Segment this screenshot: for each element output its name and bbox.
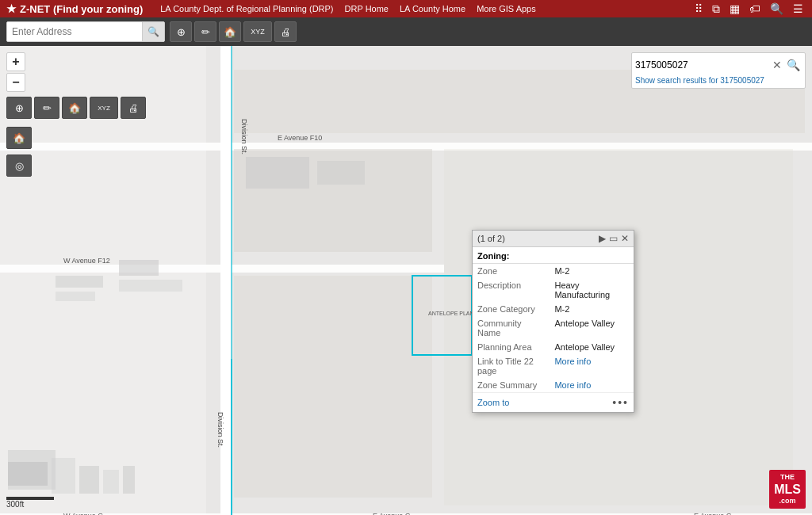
scale-bar: 300ft	[6, 497, 54, 509]
table-row: Zone M-2	[473, 264, 634, 278]
mls-logo: THE MLS .com	[769, 470, 806, 509]
mls-com-text: .com	[774, 497, 801, 505]
svg-rect-22	[103, 470, 119, 494]
svg-rect-10	[234, 276, 432, 498]
grid-dots-icon[interactable]: ⠿	[692, 2, 705, 15]
svg-text:E Avenue G: E Avenue G	[373, 512, 411, 515]
field-value-zone-summary: More info	[550, 378, 634, 392]
zoom-to-link[interactable]: Zoom to	[477, 398, 509, 407]
print-tool-button[interactable]: 🖨	[274, 21, 297, 42]
field-value-community-name: Antelope Valley	[550, 316, 634, 340]
parcel-select-tool[interactable]: 🏠	[62, 97, 87, 119]
popup-window-icon[interactable]: ▭	[609, 233, 618, 244]
svg-text:Division St.: Division St.	[216, 412, 224, 448]
popup-next-icon[interactable]: ▶	[599, 233, 606, 244]
svg-text:ANTELOPE PLAN: ANTELOPE PLAN	[428, 311, 474, 316]
parcel-search-input-row: ✕ 🔍	[635, 56, 802, 74]
table-row: Description Heavy Manufacturing	[473, 278, 634, 302]
compass-tool[interactable]: ◎	[6, 154, 32, 177]
parcel-search-input[interactable]	[635, 56, 769, 74]
table-row: Link to Title 22 page More info	[473, 354, 634, 378]
address-search-button[interactable]: 🔍	[142, 22, 164, 41]
draw-tools-row: ⊕ ✏ 🏠 XYZ 🖨	[6, 97, 146, 119]
map-container[interactable]: ANTELOPE PLAN Division St. Division St. …	[0, 46, 812, 515]
top-navigation: ★ Z-NET (Find your zoning) LA County Dep…	[0, 0, 812, 17]
popup-more-options[interactable]: •••	[612, 396, 629, 409]
pencil-tool-button[interactable]: ✏	[194, 21, 216, 42]
bookmark-icon[interactable]: 🏷	[747, 2, 763, 15]
nav-links: LA County Dept. of Regional Planning (DR…	[160, 4, 535, 13]
mls-the-text: THE	[774, 473, 801, 482]
address-input[interactable]	[7, 22, 142, 41]
zoom-controls: + −	[6, 52, 25, 92]
field-label-zone: Zone	[473, 264, 550, 278]
main-toolbar: 🔍 ⊕ ✏ 🏠 XYZ 🖨	[0, 17, 812, 46]
address-search-box: 🔍	[6, 21, 165, 42]
svg-text:W Avenue G: W Avenue G	[63, 512, 103, 515]
nav-icon-group: ⠿ ⧉ ▦ 🏷 🔍 ☰	[692, 2, 806, 16]
svg-rect-13	[317, 161, 365, 185]
field-value-description: Heavy Manufacturing	[550, 278, 634, 302]
more-gis-apps-link[interactable]: More GIS Apps	[477, 4, 536, 13]
popup-footer: Zoom to •••	[473, 392, 634, 412]
popup-header: (1 of 2) ▶ ▭ ✕	[473, 231, 634, 247]
svg-rect-12	[246, 157, 309, 189]
nav-tools: 🏠	[6, 127, 146, 151]
field-label-zone-summary: Zone Summary	[473, 378, 550, 392]
svg-text:Division St.: Division St.	[240, 119, 248, 154]
svg-text:E Avenue F10: E Avenue F10	[278, 134, 322, 142]
draw-tool-button[interactable]: ⊕	[170, 21, 192, 42]
parcel-tool-button[interactable]: 🏠	[219, 21, 241, 42]
hint-text: Show search results for	[635, 76, 718, 85]
svg-rect-16	[119, 280, 182, 292]
scale-label: 300ft	[6, 500, 24, 509]
field-label-zone-category: Zone Category	[473, 302, 550, 316]
popup-section-title: Zoning:	[473, 247, 634, 264]
grid-icon[interactable]: ▦	[727, 2, 742, 15]
table-row: Zone Category M-2	[473, 302, 634, 316]
clear-search-icon[interactable]: ✕	[771, 59, 783, 71]
parcel-search-panel: ✕ 🔍 Show search results for 3175005027	[631, 52, 806, 89]
popup-close-icon[interactable]: ✕	[621, 233, 629, 244]
zone-summary-link[interactable]: More info	[554, 380, 591, 390]
home-extent-button[interactable]: 🏠	[6, 127, 32, 149]
zoom-in-button[interactable]: +	[6, 52, 25, 71]
popup-header-icons: ▶ ▭ ✕	[599, 233, 629, 244]
pencil-draw-tool[interactable]: ✏	[34, 97, 59, 119]
parcel-search-icon[interactable]: 🔍	[785, 59, 802, 71]
print-map-tool[interactable]: 🖨	[121, 97, 146, 119]
xyz-tool-button[interactable]: XYZ	[243, 21, 272, 42]
field-value-title22: More info	[550, 354, 634, 378]
app-title: Z-NET (Find your zoning)	[20, 3, 143, 15]
field-label-description: Description	[473, 278, 550, 302]
circle-draw-tool[interactable]: ⊕	[6, 97, 32, 119]
mls-main-text: MLS	[774, 482, 801, 497]
search-icon[interactable]: 🔍	[768, 2, 786, 15]
table-row: Community Name Antelope Valley	[473, 316, 634, 340]
layers-icon[interactable]: ⧉	[710, 2, 722, 16]
hint-parcel-link[interactable]: 3175005027	[720, 76, 764, 85]
dept-name: LA County Dept. of Regional Planning (DR…	[160, 4, 333, 13]
field-label-title22: Link to Title 22 page	[473, 354, 550, 378]
table-row: Zone Summary More info	[473, 378, 634, 392]
menu-icon[interactable]: ☰	[791, 2, 806, 15]
zoom-out-button[interactable]: −	[6, 73, 25, 92]
field-value-zone-category: M-2	[550, 302, 634, 316]
star-icon: ★	[6, 2, 17, 15]
field-label-planning-area: Planning Area	[473, 340, 550, 354]
svg-rect-23	[123, 466, 135, 494]
title22-link[interactable]: More info	[554, 357, 591, 366]
la-county-home-link[interactable]: LA County Home	[400, 4, 465, 13]
svg-rect-14	[119, 260, 159, 276]
field-value-zone: M-2	[550, 264, 634, 278]
search-hint: Show search results for 3175005027	[635, 76, 802, 85]
zoning-popup: (1 of 2) ▶ ▭ ✕ Zoning: Zone M-2 Descript…	[472, 230, 634, 413]
table-row: Planning Area Antelope Valley	[473, 340, 634, 354]
svg-rect-19	[8, 462, 48, 486]
left-tool-panel: ⊕ ✏ 🏠 XYZ 🖨 🏠 ◎	[6, 97, 146, 177]
drp-home-link[interactable]: DRP Home	[345, 4, 389, 13]
popup-data-table: Zone M-2 Description Heavy Manufacturing…	[473, 264, 634, 392]
svg-rect-6	[0, 265, 444, 273]
xyz-coord-tool[interactable]: XYZ	[90, 97, 118, 119]
svg-rect-15	[56, 276, 103, 288]
